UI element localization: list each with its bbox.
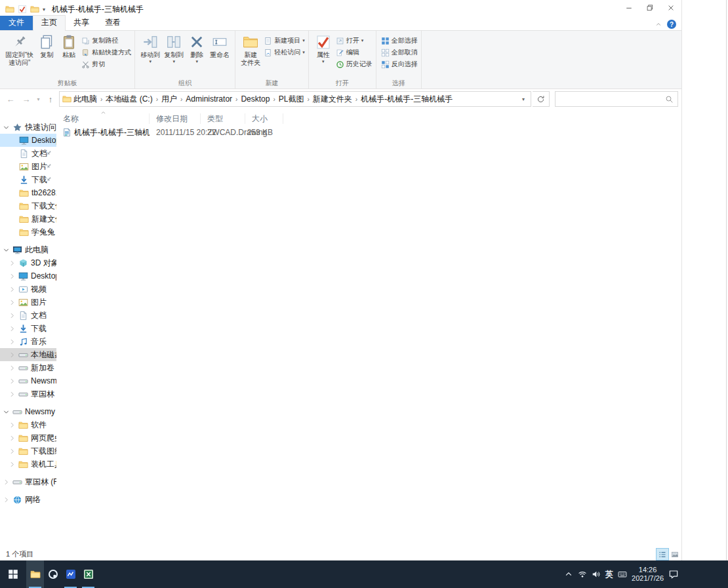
select-all-button[interactable]: 全部选择 bbox=[381, 35, 418, 46]
tree-item[interactable]: 图片 bbox=[0, 296, 56, 309]
tree-section-4[interactable]: 网络 bbox=[0, 493, 56, 506]
tree-item[interactable]: 新建文件夹 bbox=[0, 212, 56, 225]
tree-item[interactable]: 下载图纸 bbox=[0, 444, 56, 458]
taskbar-browser[interactable] bbox=[44, 560, 62, 588]
volume-icon[interactable] bbox=[592, 570, 601, 579]
restore-button[interactable] bbox=[639, 0, 660, 16]
qat-new-folder-button[interactable] bbox=[28, 3, 41, 15]
breadcrumb-item[interactable]: Administrator bbox=[184, 94, 234, 104]
tree-item[interactable]: Newsmy (E:) bbox=[0, 374, 56, 387]
copy-button[interactable]: 复制 bbox=[35, 33, 58, 60]
tree-item[interactable]: 音乐 bbox=[0, 335, 56, 348]
recent-locations-button[interactable]: ▾ bbox=[35, 92, 42, 106]
close-button[interactable] bbox=[660, 0, 681, 16]
tree-item[interactable]: 新加卷 (D:) bbox=[0, 361, 56, 374]
start-button[interactable] bbox=[0, 560, 26, 588]
tree-item[interactable]: 下载 bbox=[0, 322, 56, 335]
tab-home[interactable]: 主页 bbox=[33, 15, 66, 31]
refresh-button[interactable] bbox=[533, 91, 550, 107]
qat-properties-button[interactable] bbox=[16, 3, 28, 15]
up-button[interactable]: ↑ bbox=[43, 92, 58, 106]
breadcrumb-item[interactable]: 机械手-机械手-三轴机械手 bbox=[359, 94, 455, 105]
rename-button[interactable]: 重命名 bbox=[208, 33, 232, 60]
tab-file[interactable]: 文件 bbox=[0, 16, 33, 30]
collapse-ribbon-button[interactable] bbox=[655, 21, 662, 28]
tree-section-3[interactable]: 覃国林 (F:) bbox=[0, 475, 56, 488]
paste-button[interactable]: 粘贴 bbox=[58, 33, 80, 60]
tree-item[interactable]: 3D 对象 bbox=[0, 256, 56, 269]
tree-section-1[interactable]: 此电脑 bbox=[0, 243, 56, 256]
tree-section-0[interactable]: 快速访问 bbox=[0, 121, 56, 134]
open-button[interactable]: 打开▾ bbox=[336, 35, 373, 46]
forward-button[interactable]: → bbox=[19, 92, 33, 106]
search-input[interactable] bbox=[559, 94, 665, 104]
pin-icon bbox=[45, 137, 52, 144]
copy-path-button[interactable]: 复制路径 bbox=[81, 35, 131, 46]
properties-button[interactable]: 属性▾ bbox=[312, 33, 334, 66]
pin-button[interactable]: 固定到“快 速访问” bbox=[3, 33, 35, 68]
tree-item[interactable]: 本地磁盘 (C:) bbox=[0, 348, 56, 361]
new-item-button[interactable]: 新建项目▾ bbox=[264, 35, 305, 46]
tab-view[interactable]: 查看 bbox=[97, 16, 129, 30]
tree-item[interactable]: 下载文件夹 bbox=[0, 199, 56, 212]
tree-item[interactable]: 图片 bbox=[0, 160, 56, 173]
chevron-right-icon bbox=[9, 325, 16, 332]
tree-item[interactable]: 下载 bbox=[0, 173, 56, 186]
ime-indicator[interactable]: 英 bbox=[605, 569, 613, 580]
chevron-right-icon bbox=[9, 378, 16, 385]
tree-item[interactable]: 学兔兔 bbox=[0, 225, 56, 239]
select-none-button[interactable]: 全部取消 bbox=[381, 47, 418, 58]
qat-customize-button[interactable]: ▾ bbox=[41, 7, 47, 12]
desktop-icon bbox=[18, 271, 28, 281]
tree-item[interactable]: 覃国林 (F:) bbox=[0, 387, 56, 401]
tab-share[interactable]: 共享 bbox=[66, 16, 97, 30]
breadcrumb-item[interactable]: 用户 bbox=[159, 94, 179, 105]
details-view-button[interactable] bbox=[657, 549, 668, 560]
breadcrumb-item[interactable]: Desktop bbox=[239, 94, 272, 104]
dropdown-arrow-icon: ▾ bbox=[150, 59, 152, 64]
breadcrumb-item[interactable]: 新建文件夹 bbox=[311, 94, 354, 105]
details-view-icon bbox=[658, 551, 666, 559]
taskbar-clock[interactable]: 14:26 2021/7/26 bbox=[632, 566, 664, 583]
action-center-icon[interactable] bbox=[668, 569, 679, 579]
tree-item[interactable]: Desktop bbox=[0, 269, 56, 283]
back-button[interactable]: ← bbox=[3, 92, 18, 106]
tree-item[interactable]: 文档 bbox=[0, 147, 56, 160]
tree-item[interactable]: tb262811135【主 bbox=[0, 186, 56, 199]
taskbar-cad-app[interactable] bbox=[62, 560, 79, 588]
edit-button[interactable]: 编辑 bbox=[336, 47, 373, 58]
minimize-button[interactable] bbox=[618, 0, 639, 16]
hidden-icons-button[interactable] bbox=[564, 570, 573, 579]
taskbar-file-explorer[interactable] bbox=[26, 560, 44, 588]
delete-button[interactable]: 删除▾ bbox=[186, 33, 208, 66]
easy-access-button[interactable]: 轻松访问▾ bbox=[264, 47, 305, 58]
tree-item[interactable]: 视频 bbox=[0, 283, 56, 296]
breadcrumb-item[interactable]: 此电脑 bbox=[71, 94, 99, 105]
history-button[interactable]: 历史记录 bbox=[336, 59, 373, 69]
paste-shortcut-button[interactable]: 粘贴快捷方式 bbox=[81, 47, 131, 58]
address-dropdown-button[interactable]: ▾ bbox=[516, 96, 531, 102]
breadcrumb-item[interactable]: PL截图 bbox=[277, 94, 306, 105]
help-button[interactable]: ? bbox=[667, 20, 676, 29]
column-header-3[interactable]: 大小 bbox=[245, 113, 283, 124]
tree-item[interactable]: 网页爬虫 bbox=[0, 431, 56, 444]
file-row[interactable]: 机械手-机械手-三轴机械手2011/11/15 20:22ZWCAD.Drawi… bbox=[56, 126, 681, 139]
tree-item[interactable]: 软件 bbox=[0, 418, 56, 431]
tree-item[interactable]: 文档 bbox=[0, 309, 56, 322]
taskbar-spreadsheet-app[interactable] bbox=[79, 560, 97, 588]
touch-keyboard-icon[interactable] bbox=[618, 570, 627, 579]
copy-to-button[interactable]: 复制到▾ bbox=[162, 33, 186, 66]
network-icon[interactable] bbox=[578, 570, 587, 579]
tree-section-2[interactable]: Newsmy (E:) bbox=[0, 405, 56, 418]
column-header-2[interactable]: 类型 bbox=[201, 113, 245, 124]
move-to-button[interactable]: 移动到▾ bbox=[138, 33, 162, 66]
thumbnails-view-button[interactable] bbox=[669, 549, 681, 560]
new-folder-button[interactable]: 新建 文件夹 bbox=[239, 33, 262, 68]
chevron-right-icon bbox=[9, 338, 16, 345]
cut-button[interactable]: 剪切 bbox=[81, 59, 131, 69]
tree-item[interactable]: Desktop bbox=[0, 134, 56, 147]
breadcrumb-item[interactable]: 本地磁盘 (C:) bbox=[104, 94, 154, 105]
tree-item[interactable]: 装机工具 bbox=[0, 458, 56, 471]
column-header-1[interactable]: 修改日期 bbox=[150, 113, 201, 124]
select-invert-button[interactable]: 反向选择 bbox=[381, 59, 418, 69]
